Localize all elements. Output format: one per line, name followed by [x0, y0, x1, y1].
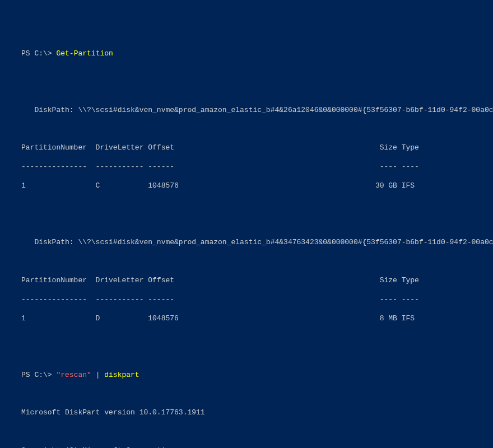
cmd-diskpart: diskpart [104, 371, 139, 379]
cmdlet-get-partition: Get-Partition [56, 49, 113, 58]
string-rescan: "rescan" [56, 371, 91, 379]
table-row: 1 D 1048576 8 MB IFS [21, 314, 472, 324]
diskpath-1: DiskPath: \\?\scsi#disk&ven_nvme&prod_am… [21, 106, 472, 115]
table-header: PartitionNumber DriveLetter Offset Size … [21, 143, 472, 153]
cmd-line-2: PS C:\> "rescan" | diskpart [21, 371, 472, 380]
table-divider: --------------- ----------- ------ ---- … [21, 295, 472, 305]
diskpart-version: Microsoft DiskPart version 10.0.17763.19… [21, 408, 472, 418]
table-header: PartitionNumber DriveLetter Offset Size … [21, 276, 472, 286]
cmd-line-1: PS C:\> Get-Partition [21, 49, 472, 59]
table-divider: --------------- ----------- ------ ---- … [21, 162, 472, 172]
diskpath-2: DiskPath: \\?\scsi#disk&ven_nvme&prod_am… [21, 238, 472, 248]
table-row: 1 C 1048576 30 GB IFS [21, 181, 472, 191]
